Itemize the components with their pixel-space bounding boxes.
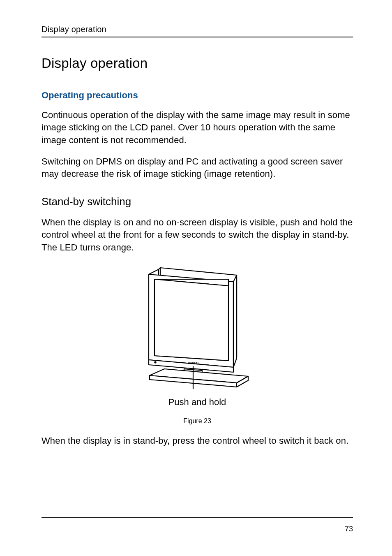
page-number: 73 <box>42 525 353 533</box>
page: Display operation Display operation Oper… <box>0 0 392 556</box>
body-paragraph: Switching on DPMS on display and PC and … <box>42 155 353 181</box>
footer-rule <box>42 517 353 518</box>
figure-label: Push and hold <box>42 397 353 408</box>
monitor-brand-text: BARCO <box>188 361 198 364</box>
body-paragraph: When the display is in stand-by, press t… <box>42 435 353 447</box>
body-paragraph: Continuous operation of the display with… <box>42 109 353 146</box>
svg-point-1 <box>154 361 156 363</box>
page-footer: 73 <box>42 517 353 533</box>
page-title: Display operation <box>42 56 353 71</box>
figure-caption: Figure 23 <box>42 417 353 425</box>
section-heading-standby: Stand-by switching <box>42 195 353 208</box>
section-heading-precautions: Operating precautions <box>42 90 353 101</box>
body-paragraph: When the display is on and no on-screen … <box>42 216 353 254</box>
running-head: Display operation <box>42 25 353 37</box>
monitor-illustration: BARCO <box>131 265 263 393</box>
figure-container: BARCO Push and hold <box>42 265 353 408</box>
